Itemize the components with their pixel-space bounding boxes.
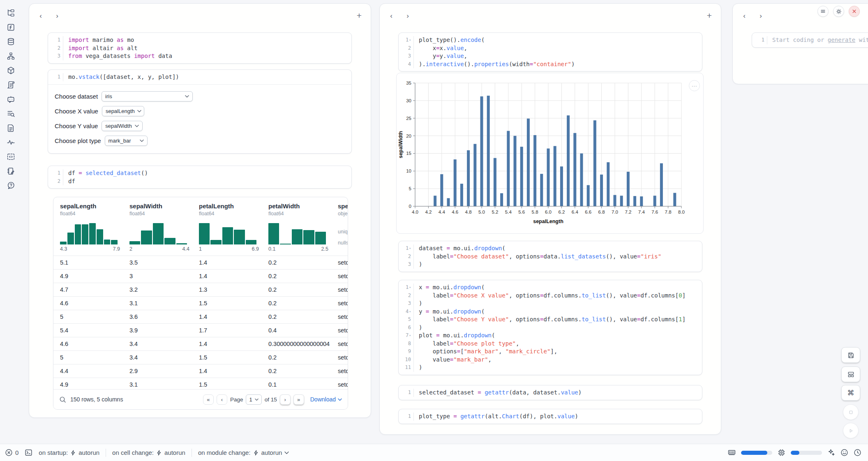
chart-bar[interactable] — [573, 133, 576, 206]
chart-bar[interactable] — [593, 120, 596, 206]
chart-bar[interactable] — [434, 196, 436, 206]
code-line[interactable]: 2 x=x.value, — [399, 44, 702, 53]
choose-plot-type-select[interactable]: mark_bar — [105, 136, 148, 146]
terminal-button[interactable] — [25, 449, 32, 456]
tracing-button[interactable] — [3, 136, 18, 148]
add-cell-icon[interactable]: + — [354, 10, 365, 21]
datasources-button[interactable] — [3, 35, 18, 48]
chevron-left-icon[interactable]: ‹ — [386, 11, 396, 21]
page-select[interactable]: 1 — [246, 394, 261, 405]
chart-bar[interactable] — [514, 136, 517, 206]
chart-bar[interactable] — [440, 174, 443, 206]
menu-button[interactable] — [817, 6, 829, 17]
chart-bar[interactable] — [500, 193, 503, 206]
chart-bar[interactable] — [520, 147, 523, 206]
chart-bar[interactable] — [494, 158, 496, 206]
chart-bar[interactable] — [660, 163, 663, 206]
code-line[interactable]: 3from vega_datasets import data — [48, 52, 351, 60]
column-histogram[interactable] — [268, 221, 326, 244]
code-line[interactable]: 1df = selected_dataset() — [48, 169, 351, 177]
code-editor[interactable]: 1▾plot_type().encode(2 x=x.value,3 y=y.v… — [399, 33, 702, 71]
code-line[interactable]: 3) — [399, 260, 702, 269]
column-header[interactable]: speciesobjectunique:nulls: — [331, 202, 348, 254]
chart-bar[interactable] — [460, 184, 463, 206]
chart-bar[interactable] — [533, 135, 536, 206]
add-cell-icon[interactable]: + — [704, 10, 715, 21]
chevron-right-icon[interactable]: › — [756, 11, 766, 21]
chart-bar[interactable] — [547, 148, 550, 206]
chart-bar[interactable] — [620, 196, 623, 206]
table-row[interactable]: 53.41.50.2setosa — [53, 350, 348, 364]
sepal-bar-chart[interactable]: 4.04.24.44.64.85.05.25.45.65.86.06.26.46… — [397, 73, 704, 233]
code-editor[interactable]: 1▾x = mo.ui.dropdown(2 label="Choose X v… — [399, 280, 702, 375]
code-editor[interactable]: 1selected_dataset = getattr(data, datase… — [399, 385, 702, 400]
error-indicator[interactable]: 0 — [5, 449, 18, 456]
code-line[interactable]: 2df — [48, 177, 351, 186]
prev-page-button[interactable]: ‹ — [217, 394, 227, 405]
fold-icon[interactable]: ▾ — [409, 332, 411, 340]
chart-bar[interactable] — [633, 196, 636, 206]
chevron-left-icon[interactable]: ‹ — [739, 11, 749, 21]
column-header[interactable]: petalWidthfloat640.12.5 — [262, 202, 331, 254]
documentation-button[interactable] — [3, 122, 18, 134]
shutdown-button[interactable] — [849, 6, 860, 17]
code-line[interactable]: 1▾x = mo.ui.dropdown( — [399, 284, 702, 292]
table-row[interactable]: 4.63.41.40.30000000000000004setosa — [53, 337, 348, 350]
chart-bar[interactable] — [447, 198, 450, 206]
code-editor[interactable]: 1mo.vstack([dataset, x, y, plot]) — [48, 70, 351, 84]
chart-bar[interactable] — [554, 146, 556, 206]
chart-bar[interactable] — [673, 193, 676, 206]
code-line[interactable]: 10 value="mark_bar", — [399, 356, 702, 364]
chart-bar[interactable] — [567, 115, 570, 206]
table-row[interactable]: 5.43.91.70.4setosa — [53, 323, 348, 337]
choose-y-value-select[interactable]: sepalWidth — [102, 121, 143, 131]
file-tree-button[interactable] — [3, 7, 18, 19]
code-line[interactable]: 5 label="Choose Y value", options=df.col… — [399, 316, 702, 324]
clock-icon[interactable] — [854, 449, 861, 456]
table-row[interactable]: 4.93.11.50.1setosa — [53, 378, 348, 389]
first-page-button[interactable]: « — [203, 394, 214, 405]
code-line[interactable]: 3 y=y.value, — [399, 52, 702, 60]
logs-button[interactable] — [3, 107, 18, 120]
code-line[interactable]: 7▾plot = mo.ui.dropdown( — [399, 332, 702, 340]
code-line[interactable]: 1plot_type = getattr(alt.Chart(df), plot… — [399, 413, 702, 421]
table-row[interactable]: 53.61.40.2setosa — [53, 310, 348, 323]
code-line[interactable]: 9 options=["mark_bar", "mark_circle"], — [399, 348, 702, 356]
packages-button[interactable] — [3, 64, 18, 76]
code-editor[interactable]: 1plot_type = getattr(alt.Chart(df), plot… — [399, 409, 702, 424]
variables-button[interactable] — [3, 21, 18, 33]
on-startup-config[interactable]: on startup: autorun — [39, 449, 99, 456]
chart-bar[interactable] — [653, 196, 656, 206]
column-header[interactable]: petalLengthfloat6416.9 — [192, 202, 262, 254]
column-header[interactable]: sepalLengthfloat644.37.9 — [53, 202, 123, 254]
table-row[interactable]: 4.73.21.30.2setosa — [53, 283, 348, 296]
chart-bar[interactable] — [480, 97, 483, 206]
code-line[interactable]: 3) — [399, 300, 702, 308]
column-header[interactable]: sepalWidthfloat6424.4 — [123, 202, 192, 254]
table-row[interactable]: 4.931.40.2setosa — [53, 269, 348, 283]
next-page-button[interactable]: › — [280, 394, 291, 405]
chart-bar[interactable] — [580, 153, 583, 206]
code-line[interactable]: 4▾y = mo.ui.dropdown( — [399, 308, 702, 316]
code-line[interactable]: 1 Start coding or generate with AI — [752, 36, 868, 44]
code-line[interactable]: 1mo.vstack([dataset, x, y, plot]) — [48, 73, 351, 81]
code-line[interactable]: 2 label="Choose X value", options=df.col… — [399, 292, 702, 300]
settings-button[interactable] — [833, 6, 844, 17]
chat-button[interactable] — [3, 93, 18, 105]
table-row[interactable]: 4.63.11.50.2setosa — [53, 296, 348, 310]
dependencies-button[interactable] — [3, 50, 18, 62]
generate-link[interactable]: generate — [828, 37, 855, 43]
chart-bar[interactable] — [540, 174, 543, 206]
choose-x-value-select[interactable]: sepalLength — [102, 106, 144, 116]
fold-icon[interactable]: ▾ — [409, 308, 411, 316]
chart-bar[interactable] — [560, 166, 563, 206]
on-module-change-config[interactable]: on module change: autorun — [198, 449, 289, 456]
fold-icon[interactable]: ▾ — [409, 36, 411, 44]
code-line[interactable]: 1import marimo as mo — [48, 36, 351, 44]
code-line[interactable]: 1▾dataset = mo.ui.dropdown( — [399, 244, 702, 253]
chart-bar[interactable] — [454, 159, 457, 206]
fold-icon[interactable]: ▾ — [409, 284, 411, 292]
chart-bar[interactable] — [614, 195, 616, 206]
code-editor[interactable]: 1▾dataset = mo.ui.dropdown(2 label="Choo… — [399, 241, 702, 272]
download-button[interactable]: Download — [310, 396, 342, 403]
